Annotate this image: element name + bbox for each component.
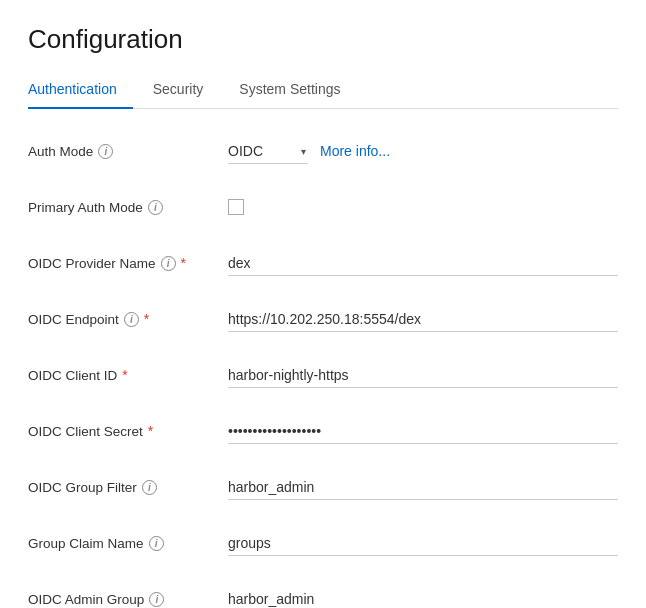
group-claim-name-info-icon[interactable]: i bbox=[149, 536, 164, 551]
oidc-group-filter-control bbox=[228, 475, 618, 500]
page-title: Configuration bbox=[28, 24, 618, 55]
auth-mode-control: OIDC LDAP Local ▾ More info... bbox=[228, 139, 618, 164]
oidc-group-filter-label: OIDC Group Filter i bbox=[28, 480, 228, 495]
oidc-endpoint-label: OIDC Endpoint i * bbox=[28, 311, 228, 327]
oidc-admin-group-input[interactable] bbox=[228, 587, 618, 609]
primary-auth-mode-label: Primary Auth Mode i bbox=[28, 200, 228, 215]
auth-mode-row: Auth Mode i OIDC LDAP Local ▾ More info.… bbox=[28, 133, 618, 169]
oidc-client-id-control bbox=[228, 363, 618, 388]
oidc-provider-name-control bbox=[228, 251, 618, 276]
oidc-client-secret-input[interactable] bbox=[228, 419, 618, 444]
oidc-client-secret-control bbox=[228, 419, 618, 444]
primary-auth-mode-control bbox=[228, 199, 618, 215]
auth-mode-info-icon[interactable]: i bbox=[98, 144, 113, 159]
oidc-admin-group-row: OIDC Admin Group i bbox=[28, 581, 618, 608]
oidc-client-id-row: OIDC Client ID * bbox=[28, 357, 618, 393]
oidc-admin-group-info-icon[interactable]: i bbox=[149, 592, 164, 607]
oidc-provider-name-row: OIDC Provider Name i * bbox=[28, 245, 618, 281]
oidc-group-filter-row: OIDC Group Filter i bbox=[28, 469, 618, 505]
auth-mode-select-wrapper: OIDC LDAP Local ▾ bbox=[228, 139, 308, 164]
oidc-group-filter-input[interactable] bbox=[228, 475, 618, 500]
primary-auth-mode-checkbox[interactable] bbox=[228, 199, 244, 215]
oidc-endpoint-row: OIDC Endpoint i * bbox=[28, 301, 618, 337]
group-claim-name-control bbox=[228, 531, 618, 556]
group-claim-name-label: Group Claim Name i bbox=[28, 536, 228, 551]
oidc-client-id-label: OIDC Client ID * bbox=[28, 367, 228, 383]
oidc-client-id-required: * bbox=[122, 367, 127, 383]
oidc-admin-group-label: OIDC Admin Group i bbox=[28, 592, 228, 607]
oidc-client-secret-row: OIDC Client Secret * bbox=[28, 413, 618, 449]
oidc-endpoint-info-icon[interactable]: i bbox=[124, 312, 139, 327]
oidc-provider-name-info-icon[interactable]: i bbox=[161, 256, 176, 271]
tab-authentication[interactable]: Authentication bbox=[28, 71, 133, 109]
oidc-client-secret-label: OIDC Client Secret * bbox=[28, 423, 228, 439]
auth-mode-label: Auth Mode i bbox=[28, 144, 228, 159]
oidc-client-id-input[interactable] bbox=[228, 363, 618, 388]
oidc-group-filter-info-icon[interactable]: i bbox=[142, 480, 157, 495]
oidc-client-secret-required: * bbox=[148, 423, 153, 439]
group-claim-name-input[interactable] bbox=[228, 531, 618, 556]
more-info-link[interactable]: More info... bbox=[320, 143, 390, 159]
oidc-provider-name-label: OIDC Provider Name i * bbox=[28, 255, 228, 271]
tab-bar: Authentication Security System Settings bbox=[28, 71, 618, 109]
tab-security[interactable]: Security bbox=[153, 71, 220, 109]
oidc-provider-name-input[interactable] bbox=[228, 251, 618, 276]
tab-system-settings[interactable]: System Settings bbox=[239, 71, 356, 109]
primary-auth-mode-row: Primary Auth Mode i bbox=[28, 189, 618, 225]
oidc-provider-name-required: * bbox=[181, 255, 186, 271]
auth-mode-select[interactable]: OIDC LDAP Local bbox=[228, 139, 308, 164]
oidc-endpoint-required: * bbox=[144, 311, 149, 327]
primary-auth-mode-info-icon[interactable]: i bbox=[148, 200, 163, 215]
group-claim-name-row: Group Claim Name i bbox=[28, 525, 618, 561]
oidc-admin-group-control bbox=[228, 587, 618, 609]
oidc-endpoint-input[interactable] bbox=[228, 307, 618, 332]
oidc-endpoint-control bbox=[228, 307, 618, 332]
